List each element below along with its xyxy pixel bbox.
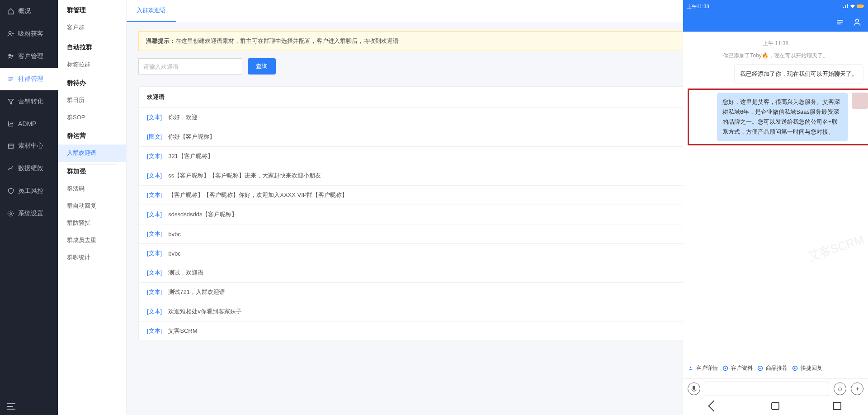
chat-body: 上午 11:38 你已添加了Toby🔥，现在可以开始聊天了。 我已经添加了你，现… <box>683 32 868 360</box>
group-title: 群管理 <box>58 6 126 19</box>
svg-point-0 <box>9 32 11 34</box>
gear-icon <box>7 210 14 217</box>
row-text: sdssdsdsdds【客户昵称】 <box>168 210 237 219</box>
svg-point-1 <box>9 54 11 56</box>
row-tag: [文本] <box>147 152 162 160</box>
sub-antispam[interactable]: 群防骚扰 <box>58 214 126 232</box>
box-icon <box>7 142 14 149</box>
svg-point-4 <box>10 213 12 214</box>
battery-icon <box>857 4 864 9</box>
nav-community[interactable]: 社群管理 <box>0 68 58 90</box>
chat-input[interactable] <box>705 382 829 396</box>
svg-point-2 <box>11 55 13 57</box>
row-tag: [文本] <box>147 249 162 257</box>
search-button[interactable]: 查询 <box>248 58 276 75</box>
chart-icon <box>7 120 14 127</box>
android-recent[interactable] <box>833 402 841 410</box>
tab-welcome[interactable]: 入群欢迎语 <box>127 0 176 22</box>
nav-label: 营销转化 <box>18 98 43 106</box>
secondary-sidebar: 群管理 客户群 自动拉群 标签拉群 群待办 群日历 群SOP 群运营 入群欢迎语… <box>58 0 127 415</box>
community-icon <box>7 75 14 83</box>
row-tag: [文本] <box>147 288 162 296</box>
status-time: 上午11:38 <box>687 3 709 10</box>
primary-sidebar: 概况 吸粉获客 客户管理 社群管理 营销转化 ADMP 素材中心 数据绩效 <box>0 0 58 415</box>
sub-stats[interactable]: 群聊统计 <box>58 249 126 266</box>
nav-fans[interactable]: 吸粉获客 <box>0 23 58 45</box>
chip-quickreply[interactable]: 快捷回复 <box>791 363 823 374</box>
row-tag: [文本] <box>147 210 162 219</box>
row-text: 你好【客户昵称】 <box>168 133 215 141</box>
signal-icon <box>843 4 848 9</box>
svg-point-8 <box>690 367 691 368</box>
sub-customer-group[interactable]: 客户群 <box>58 19 126 36</box>
main-area: 入群欢迎语 温馨提示：在这里创建欢迎语素材，群主可在群聊中选择并配置，客户进入群… <box>127 0 868 415</box>
voice-button[interactable] <box>688 382 700 395</box>
nav-label: ADMP <box>18 120 36 127</box>
row-text: 欢迎难相处v你看到客家妹子 <box>168 308 242 316</box>
row-text: 321【客户昵称】 <box>168 152 213 160</box>
sub-tag-pull[interactable]: 标签拉群 <box>58 56 126 73</box>
nav-marketing[interactable]: 营销转化 <box>0 90 58 113</box>
row-tag: [文本] <box>147 230 162 238</box>
search-input[interactable] <box>138 58 242 75</box>
funnel-icon <box>7 98 14 105</box>
svg-rect-6 <box>863 5 864 7</box>
nav-overview[interactable]: 概况 <box>0 0 58 23</box>
phone-statusbar: 上午11:38 <box>683 0 868 13</box>
tip-text: 在这里创建欢迎语素材，群主可在群聊中选择并配置，客户进入群聊后，将收到欢迎语 <box>175 37 399 44</box>
nav-customers[interactable]: 客户管理 <box>0 45 58 68</box>
chat-bubble-welcome: 您好，这里是艾客，很高兴为您服务。艾客深耕私域6年，是企业微信私域Saas服务最… <box>717 93 848 141</box>
profile-icon[interactable] <box>853 18 862 27</box>
tip-label: 温馨提示： <box>146 37 175 44</box>
nav-label: 素材中心 <box>18 142 43 150</box>
info-icon <box>722 365 728 371</box>
users-icon <box>7 53 14 60</box>
row-text: bvbc <box>168 250 180 257</box>
dashboard-icon <box>7 8 14 15</box>
nav-admp[interactable]: ADMP <box>0 113 58 135</box>
chat-system-message: 你已添加了Toby🔥，现在可以开始聊天了。 <box>688 52 863 60</box>
watermark: 艾客SCRM <box>806 232 866 265</box>
trend-icon <box>7 165 14 172</box>
avatar <box>852 93 868 109</box>
menu-collapse-icon <box>7 403 15 410</box>
row-tag: [文本] <box>147 308 162 316</box>
row-tag: [文本] <box>147 172 162 180</box>
menu-icon[interactable] <box>835 18 844 27</box>
group-title: 群加强 <box>58 168 126 180</box>
svg-rect-12 <box>693 386 695 390</box>
android-home[interactable] <box>771 402 779 410</box>
nav-materials[interactable]: 素材中心 <box>0 135 58 157</box>
android-back[interactable] <box>708 400 719 411</box>
android-nav <box>683 397 868 415</box>
row-text: ss【客户昵称】【客户昵称】进来，大家赶快来欢迎小朋友 <box>168 172 321 180</box>
nav-label: 社群管理 <box>18 75 43 83</box>
chat-preview: 上午11:38 上午 11:38 你已添加了Toby🔥，现在可以开始聊天了。 我… <box>683 0 868 415</box>
svg-point-7 <box>856 19 859 22</box>
shield-icon <box>7 187 14 195</box>
chip-customer-info[interactable]: 客户资料 <box>722 363 754 374</box>
highlighted-welcome-bubble: 您好，这里是艾客，很高兴为您服务。艾客深耕私域6年，是企业微信私域Saas服务最… <box>688 89 868 145</box>
sub-welcome[interactable]: 入群欢迎语 <box>58 145 126 162</box>
chip-product[interactable]: 商品推荐 <box>756 363 788 374</box>
row-text: 你好，欢迎 <box>168 113 198 121</box>
nav-data[interactable]: 数据绩效 <box>0 157 58 180</box>
group-title: 群待办 <box>58 79 126 92</box>
sub-calendar[interactable]: 群日历 <box>58 92 126 109</box>
nav-label: 吸粉获客 <box>18 30 43 38</box>
plus-button[interactable]: ＋ <box>851 382 863 395</box>
quick-chips: 客户详情 客户资料 商品推荐 快捷回复 <box>683 360 868 378</box>
emoji-button[interactable]: ☺ <box>834 382 846 395</box>
nav-settings[interactable]: 系统设置 <box>0 202 58 225</box>
row-tag: [文本] <box>147 269 162 277</box>
sub-sop[interactable]: 群SOP <box>58 109 126 126</box>
status-icons <box>843 4 864 9</box>
sub-autoreply[interactable]: 群自动回复 <box>58 197 126 214</box>
sub-dedupe[interactable]: 群成员去重 <box>58 232 126 249</box>
detail-icon <box>688 365 693 371</box>
nav-label: 员工风控 <box>18 187 43 195</box>
nav-risk[interactable]: 员工风控 <box>0 180 58 202</box>
sub-livecode[interactable]: 群活码 <box>58 180 126 197</box>
chip-customer-detail[interactable]: 客户详情 <box>687 363 719 374</box>
collapse-sidebar-button[interactable] <box>0 398 58 415</box>
